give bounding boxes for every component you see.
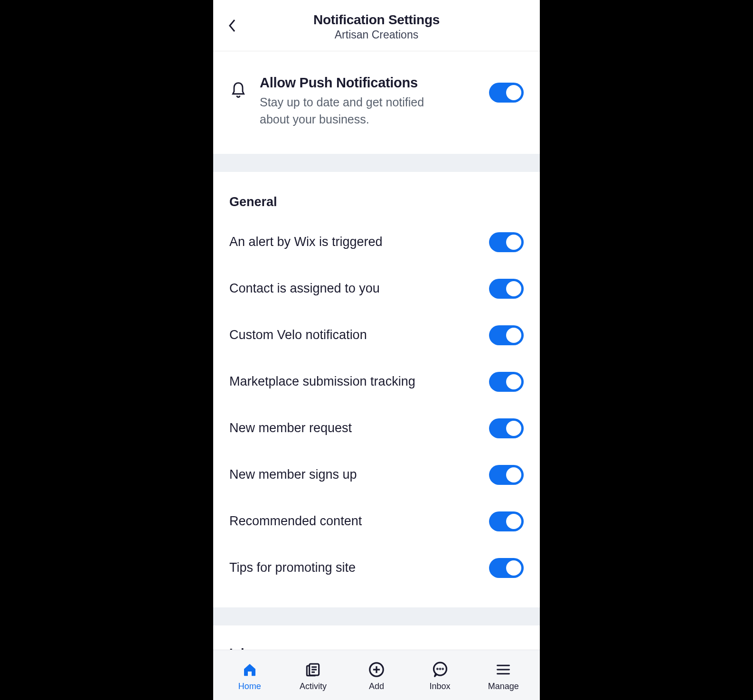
toggle-knob <box>506 85 521 100</box>
setting-row: Marketplace submission tracking <box>229 359 524 405</box>
toggle-knob <box>506 560 521 576</box>
section-divider <box>213 154 540 172</box>
setting-toggle-new-member-request[interactable] <box>489 418 524 438</box>
svg-point-10 <box>442 669 443 669</box>
header-titles: Notification Settings Artisan Creations <box>225 12 528 41</box>
setting-toggle-new-member-signup[interactable] <box>489 465 524 485</box>
setting-toggle-tips[interactable] <box>489 558 524 578</box>
nav-inbox[interactable]: Inbox <box>408 656 472 691</box>
bell-icon-wrap <box>229 75 247 101</box>
bottom-nav: Home Activity <box>213 650 540 700</box>
setting-row: Contact is assigned to you <box>229 265 524 312</box>
setting-label: Marketplace submission tracking <box>229 374 480 389</box>
nav-manage[interactable]: Manage <box>471 656 535 691</box>
setting-toggle-velo[interactable] <box>489 325 524 345</box>
setting-row: Recommended content <box>229 498 524 545</box>
nav-activity[interactable]: Activity <box>282 656 345 691</box>
allow-push-title: Allow Push Notifications <box>260 75 471 91</box>
section-divider <box>213 607 540 625</box>
chevron-left-icon <box>228 19 236 32</box>
svg-point-9 <box>440 669 440 669</box>
nav-label: Manage <box>488 681 519 691</box>
allow-push-toggle[interactable] <box>489 83 524 103</box>
add-icon <box>368 662 385 678</box>
allow-push-row: Allow Push Notifications Stay up to date… <box>213 51 540 154</box>
allow-push-description: Stay up to date and get notified about y… <box>260 94 431 128</box>
nav-home[interactable]: Home <box>218 656 282 691</box>
section-general: General An alert by Wix is triggered Con… <box>213 172 540 607</box>
section-inbox-peek: Inbox <box>213 625 540 650</box>
bell-icon <box>231 82 246 101</box>
toggle-knob <box>506 421 521 436</box>
back-button[interactable] <box>223 16 242 35</box>
setting-label: New member signs up <box>229 467 480 482</box>
toggle-knob <box>506 281 521 296</box>
allow-push-toggle-wrap <box>489 75 524 103</box>
toggle-knob <box>506 328 521 343</box>
nav-label: Home <box>238 681 261 691</box>
allow-push-text: Allow Push Notifications Stay up to date… <box>260 75 477 128</box>
setting-toggle-alert-wix[interactable] <box>489 232 524 252</box>
setting-row: New member signs up <box>229 452 524 498</box>
nav-label: Inbox <box>430 681 451 691</box>
app-screen: Notification Settings Artisan Creations … <box>213 0 540 700</box>
setting-label: Custom Velo notification <box>229 328 480 342</box>
inbox-icon <box>432 662 448 678</box>
setting-toggle-contact-assigned[interactable] <box>489 279 524 299</box>
toggle-knob <box>506 235 521 250</box>
setting-label: Tips for promoting site <box>229 560 480 575</box>
setting-label: An alert by Wix is triggered <box>229 235 480 249</box>
setting-toggle-recommended[interactable] <box>489 511 524 531</box>
header-bar: Notification Settings Artisan Creations <box>213 0 540 51</box>
nav-add[interactable]: Add <box>345 656 408 691</box>
home-icon <box>242 662 258 678</box>
toggle-knob <box>506 374 521 389</box>
setting-label: New member request <box>229 421 480 435</box>
setting-label: Recommended content <box>229 514 480 529</box>
setting-row: An alert by Wix is triggered <box>229 219 524 265</box>
setting-row: New member request <box>229 405 524 452</box>
page-subtitle: Artisan Creations <box>225 28 528 41</box>
content-scroll[interactable]: Allow Push Notifications Stay up to date… <box>213 51 540 650</box>
setting-toggle-marketplace[interactable] <box>489 372 524 392</box>
nav-label: Activity <box>300 681 327 691</box>
setting-label: Contact is assigned to you <box>229 281 480 296</box>
section-title-inbox: Inbox <box>213 625 540 650</box>
activity-icon <box>305 662 321 678</box>
setting-row: Tips for promoting site <box>229 545 524 591</box>
section-title-general: General <box>229 195 524 209</box>
nav-label: Add <box>369 681 384 691</box>
toggle-knob <box>506 467 521 482</box>
manage-icon <box>496 662 510 678</box>
page-title: Notification Settings <box>225 12 528 28</box>
setting-row: Custom Velo notification <box>229 312 524 359</box>
svg-point-8 <box>437 669 437 669</box>
toggle-knob <box>506 514 521 529</box>
